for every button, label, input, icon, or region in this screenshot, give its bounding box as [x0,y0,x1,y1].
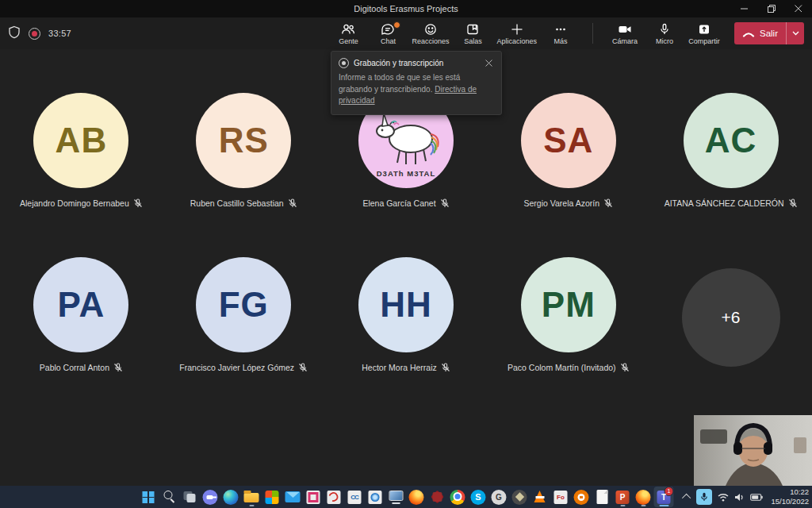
chat-button[interactable]: Chat [369,21,407,47]
participant-tile[interactable]: PA Pablo Corral Anton [0,257,163,421]
close-button[interactable] [785,0,812,17]
wifi-icon[interactable] [718,493,729,502]
skype-icon[interactable] [469,487,488,507]
mic-muted-icon [620,363,630,372]
tray-time: 10:22 [771,487,809,497]
participant-name: Ruben Castillo Sebastian [190,198,284,208]
participant-tile[interactable]: D3ATh M3TAL Elena García Canet [325,93,488,257]
maximize-button[interactable] [758,0,785,17]
search-icon[interactable] [159,487,179,507]
avatar: AB [33,93,128,188]
edge-icon[interactable] [221,487,241,507]
participant-tile[interactable]: AB Alejandro Domingo Bernabeu [0,93,163,257]
firefox-2-icon[interactable] [634,487,653,507]
share-button[interactable]: Compartir [685,21,723,47]
open-app-indicator [659,505,668,506]
avatar: SA [521,93,616,188]
vlc-icon[interactable] [530,487,550,507]
this-pc-icon[interactable] [386,487,406,507]
meeting-toolbar: 33:57 Gente Chat Reacciones [0,17,812,49]
chrome-icon[interactable] [448,487,468,507]
self-view-video[interactable] [694,415,812,486]
tray-mic-active-button[interactable] [696,489,712,505]
recording-notification: Grabación y transcripción Informe a todo… [331,51,502,115]
open-app-indicator [620,505,625,506]
leave-button[interactable]: Salir [734,22,804,44]
mic-label: Micro [656,37,673,45]
taskbar-clock[interactable]: 10:22 15/10/2022 [771,487,809,507]
leave-options-button[interactable] [786,22,804,44]
powerpoint-icon[interactable] [613,487,633,507]
participant-tile[interactable]: FG Francisco Javier López Gómez [163,257,325,421]
people-button[interactable]: Gente [329,21,367,47]
window-title: Digitools Erasmus Projects [0,4,812,13]
participant-name: Hector Mora Herraiz [362,363,437,372]
mic-icon [700,492,708,502]
start-icon[interactable] [139,487,159,507]
store-icon[interactable] [262,487,282,507]
reactions-button[interactable]: Reacciones [408,21,452,47]
format-factory-icon[interactable] [551,487,571,507]
participant-name: Francisco Javier López Gómez [179,363,294,372]
open-app-indicator [641,505,645,506]
battery-icon[interactable] [750,494,763,501]
tray-overflow-chevron-icon[interactable] [682,494,691,502]
camera-button[interactable]: Cámara [606,21,644,47]
file-explorer-icon[interactable] [242,487,262,507]
mic-muted-icon [288,198,297,208]
avatar-initials: PM [542,285,596,325]
blender-icon[interactable] [572,487,592,507]
more-options-label: Más [553,37,567,45]
participant-tile[interactable]: SA Sergio Varela Azorín [487,93,649,257]
participant-tile[interactable]: AC AITANA SÁNCHEZ CALDERÓN [649,93,812,257]
chat-camera-icon[interactable] [201,487,220,507]
app-trophy-icon[interactable] [510,487,530,507]
record-icon [339,58,349,68]
avatar: PM [521,257,616,352]
firefox-icon[interactable] [407,487,427,507]
avatar-initials: SA [543,121,593,160]
task-view-icon[interactable] [180,487,200,507]
app-darkred-icon[interactable] [427,487,447,507]
window-titlebar: Digitools Erasmus Projects [0,0,812,17]
sync-icon[interactable] [324,487,344,507]
chevron-down-icon [792,31,799,36]
avatar: RS [196,93,291,188]
open-app-indicator [249,505,254,506]
participant-tile[interactable]: +6 [649,257,812,421]
shield-icon [8,25,21,42]
participant-name: Sergio Varela Azorín [524,198,600,208]
notification-close-icon[interactable] [483,57,494,68]
toolbar-divider [592,23,593,44]
mic-muted-icon [298,363,308,372]
mic-muted-icon [440,198,450,208]
notepad-icon[interactable] [592,487,612,507]
participant-name: Elena García Canet [362,198,435,208]
more-options-button[interactable]: Más [542,21,580,47]
mic-muted-icon [113,363,123,372]
app-g-icon[interactable] [489,487,509,507]
teams-icon[interactable]: 1 [654,487,674,507]
participant-tile[interactable]: PM Paco Colom Martín (Invitado) [487,257,649,421]
people-label: Gente [339,37,358,45]
app-blue-icon[interactable] [366,487,385,507]
avatar: HH [358,257,454,352]
avatar-initials: AC [705,121,757,160]
notification-badge: 1 [665,487,674,496]
avatar: AC [684,93,779,188]
mail-icon[interactable] [283,487,303,507]
volume-icon[interactable] [734,493,745,502]
rooms-button[interactable]: Salas [454,21,492,47]
mic-muted-icon [133,198,143,208]
minimize-button[interactable] [731,0,758,17]
mic-muted-icon [603,198,613,208]
tray-date: 15/10/2022 [771,497,809,506]
apps-button[interactable]: Aplicaciones [493,21,540,47]
participant-tile[interactable]: RS Ruben Castillo Sebastian [163,93,325,257]
participant-name: Alejandro Domingo Bernabeu [20,198,129,208]
meeting-timer: 33:57 [48,29,71,38]
app-red-icon[interactable] [304,487,324,507]
ccleaner-icon[interactable] [345,487,365,507]
participant-tile[interactable]: HH Hector Mora Herraiz [325,257,488,421]
mic-button[interactable]: Micro [645,21,684,47]
